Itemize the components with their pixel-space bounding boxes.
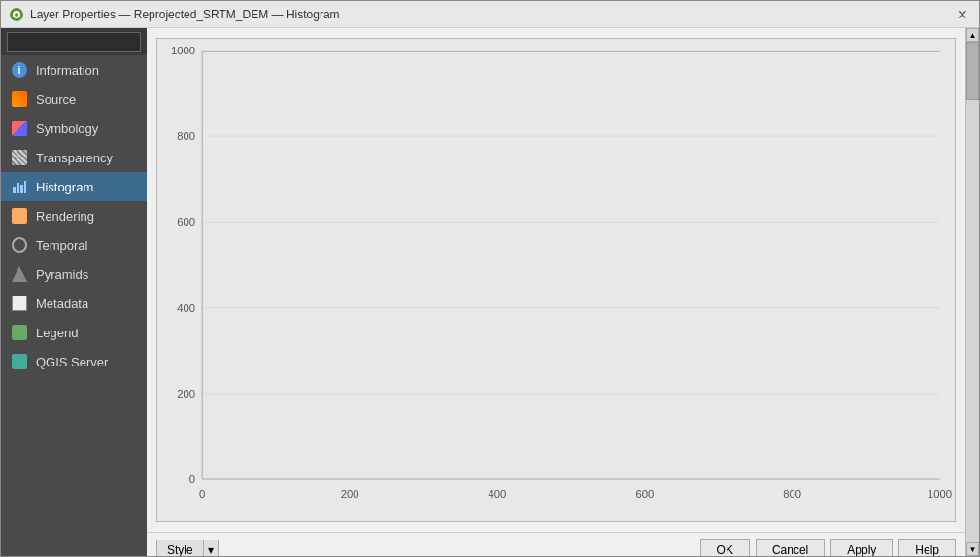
histogram-chart: 1000 800 600 400 200 0 0 200 400 600 800 (157, 39, 955, 521)
svg-text:1000: 1000 (171, 45, 195, 56)
main-content: i Information Source Symbology (1, 28, 979, 556)
scroll-down-button[interactable]: ▼ (966, 542, 979, 556)
content-area: 1000 800 600 400 200 0 0 200 400 600 800 (147, 28, 965, 556)
sidebar-item-label: Legend (36, 326, 78, 340)
sidebar-item-rendering[interactable]: Rendering (1, 201, 147, 230)
sidebar-item-label: Temporal (36, 238, 87, 253)
metadata-icon (11, 295, 28, 312)
sidebar-item-temporal[interactable]: Temporal (1, 230, 147, 260)
source-icon (11, 90, 28, 108)
main-window: Layer Properties — Reprojected_SRTM_DEM … (0, 0, 980, 557)
legend-icon (11, 324, 28, 341)
svg-rect-5 (20, 185, 23, 193)
svg-text:200: 200 (177, 388, 195, 400)
svg-text:400: 400 (177, 302, 195, 314)
style-button[interactable]: Style (156, 540, 204, 556)
transparency-icon (11, 149, 28, 166)
sidebar-item-label: QGIS Server (36, 355, 108, 369)
sidebar-item-histogram[interactable]: Histogram (1, 172, 147, 201)
qgis-server-icon (11, 353, 28, 370)
sidebar-item-information[interactable]: i Information (1, 55, 147, 85)
sidebar-item-metadata[interactable]: Metadata (1, 289, 147, 318)
content-wrapper: 1000 800 600 400 200 0 0 200 400 600 800 (147, 28, 965, 556)
apply-button[interactable]: Apply (830, 539, 893, 556)
sidebar-item-label: Histogram (36, 180, 93, 194)
sidebar-item-label: Rendering (36, 209, 94, 224)
sidebar-item-label: Symbology (36, 122, 98, 136)
temporal-icon (11, 236, 28, 254)
style-dropdown-button[interactable]: ▾ (204, 540, 219, 556)
chart-container: 1000 800 600 400 200 0 0 200 400 600 800 (156, 38, 956, 522)
sidebar-item-qgis-server[interactable]: QGIS Server (1, 347, 147, 376)
action-buttons: OK Cancel Apply Help (700, 539, 956, 556)
svg-text:1000: 1000 (928, 488, 952, 500)
vertical-scrollbar[interactable]: ▲ ▼ (965, 28, 979, 556)
svg-text:600: 600 (635, 488, 654, 500)
sidebar-item-pyramids[interactable]: Pyramids (1, 260, 147, 289)
sidebar-item-label: Source (36, 92, 76, 107)
info-icon: i (11, 61, 28, 79)
sidebar-item-legend[interactable]: Legend (1, 318, 147, 347)
svg-rect-6 (24, 181, 26, 193)
sidebar-item-label: Metadata (36, 296, 88, 311)
svg-text:800: 800 (783, 488, 801, 500)
sidebar-item-transparency[interactable]: Transparency (1, 143, 147, 172)
svg-rect-8 (202, 51, 939, 479)
scroll-up-button[interactable]: ▲ (966, 28, 979, 42)
histogram-icon (11, 178, 28, 195)
svg-rect-3 (13, 187, 16, 193)
sidebar-item-label: Information (36, 63, 99, 78)
svg-text:0: 0 (189, 473, 195, 485)
qgis-logo-icon (9, 7, 24, 22)
pyramids-icon (11, 265, 28, 283)
symbology-icon (11, 120, 28, 137)
sidebar-item-label: Pyramids (36, 267, 88, 282)
sidebar-item-symbology[interactable]: Symbology (1, 114, 147, 143)
sidebar: i Information Source Symbology (1, 28, 147, 556)
svg-text:400: 400 (489, 488, 507, 500)
help-button[interactable]: Help (898, 539, 956, 556)
title-bar-left: Layer Properties — Reprojected_SRTM_DEM … (9, 7, 340, 22)
svg-text:200: 200 (341, 488, 359, 500)
svg-text:800: 800 (177, 130, 195, 142)
svg-rect-4 (17, 183, 19, 193)
scrollbar-track[interactable] (966, 42, 979, 542)
svg-text:0: 0 (199, 488, 205, 500)
scrollbar-thumb[interactable] (966, 42, 979, 100)
ok-button[interactable]: OK (700, 539, 750, 556)
bottom-bar: Style ▾ OK Cancel Apply Help (147, 532, 965, 556)
search-input[interactable] (7, 32, 141, 52)
sidebar-item-label: Transparency (36, 151, 113, 165)
histogram-area: 1000 800 600 400 200 0 0 200 400 600 800 (147, 28, 965, 532)
title-bar: Layer Properties — Reprojected_SRTM_DEM … (1, 1, 979, 28)
svg-point-2 (15, 13, 18, 17)
style-button-group: Style ▾ (156, 540, 219, 556)
search-box[interactable] (1, 28, 147, 55)
close-button[interactable]: ✕ (954, 6, 971, 23)
sidebar-item-source[interactable]: Source (1, 85, 147, 114)
cancel-button[interactable]: Cancel (756, 539, 825, 556)
window-title: Layer Properties — Reprojected_SRTM_DEM … (30, 8, 340, 21)
rendering-icon (11, 207, 28, 225)
svg-text:600: 600 (177, 216, 195, 227)
